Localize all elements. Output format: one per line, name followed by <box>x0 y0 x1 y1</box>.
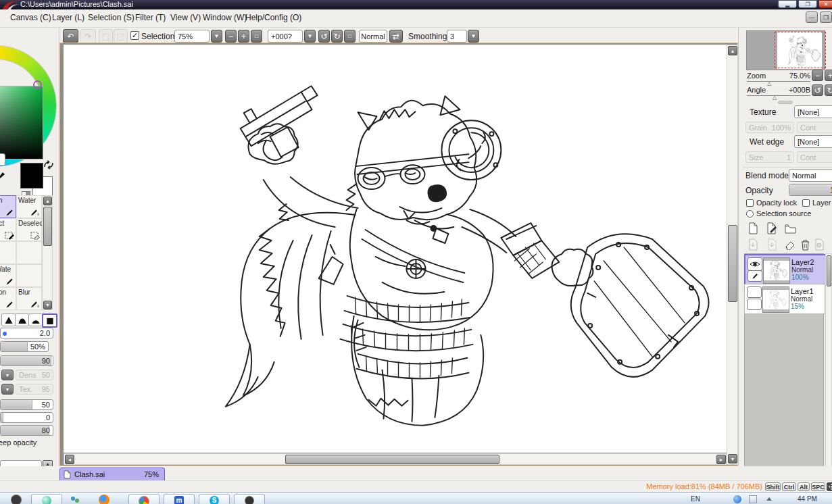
blending-slider[interactable]: 50 <box>0 399 53 410</box>
wet-size-box[interactable]: Size 1 <box>745 151 794 163</box>
zoom-reset-button[interactable]: □ <box>251 30 262 43</box>
saturation-value-square[interactable] <box>0 86 43 159</box>
tray-arrow-icon[interactable] <box>765 495 773 503</box>
scroll-up-button[interactable]: ▲ <box>728 46 737 55</box>
dens-box[interactable]: Dens 50 <box>16 370 53 380</box>
nav-zoom-out-button[interactable]: − <box>812 70 823 81</box>
scroll-left-button[interactable]: ◄ <box>65 455 74 464</box>
tip-shape-hard[interactable] <box>1 313 16 326</box>
selection-source-radio[interactable] <box>746 210 754 218</box>
selection-checkbox[interactable]: ✓ <box>130 31 139 40</box>
density-slider[interactable]: 90 <box>0 355 53 366</box>
zoom-out-button[interactable]: − <box>225 30 237 43</box>
menu-view[interactable]: View (V) <box>170 13 201 22</box>
maximize-button[interactable]: ❐ <box>798 0 817 8</box>
tex-dropdown-button[interactable]: ▼ <box>1 384 14 395</box>
rotate-reset-button[interactable]: □ <box>344 30 356 43</box>
opacity-lock-checkbox[interactable] <box>746 199 754 207</box>
color-tab-stub[interactable] <box>0 153 5 166</box>
canvas[interactable] <box>64 45 727 453</box>
slider-marker-icon[interactable]: △ <box>773 95 777 101</box>
new-folder-button[interactable] <box>783 222 797 235</box>
wet-edge-dropdown[interactable]: [None] <box>794 135 832 148</box>
tool-water[interactable]: Water <box>16 195 42 218</box>
layer-mask-button[interactable] <box>812 238 826 251</box>
layer-thumbnail[interactable] <box>763 257 790 284</box>
redo-button[interactable]: ↷ <box>80 29 96 43</box>
eyedropper-icon[interactable] <box>0 170 5 179</box>
delete-layer-button[interactable] <box>798 238 812 251</box>
taskbar-app-icon[interactable] <box>11 495 22 504</box>
zoom-dropdown-button[interactable]: ▼ <box>211 30 222 43</box>
scroll-up-button[interactable]: ▲ <box>43 197 52 205</box>
texture-dropdown[interactable]: [None] <box>794 105 832 118</box>
tool-empty-1[interactable] <box>0 241 16 264</box>
menu-selection[interactable]: Selection (S) <box>88 13 134 22</box>
scrollbar-thumb[interactable] <box>728 225 737 302</box>
wet-contrast-box[interactable]: Cont <box>797 151 832 163</box>
nav-zoom-slider[interactable]: Zoom 75.0% △ <box>747 71 810 82</box>
hue-marker[interactable] <box>33 80 42 89</box>
undo-button[interactable]: ↶ <box>63 29 78 43</box>
nav-rotate-cw-button[interactable]: ↻ <box>825 84 832 96</box>
tray-flag-icon[interactable] <box>749 495 757 503</box>
tool-water2[interactable]: Wate <box>0 264 16 287</box>
taskbar-firefox-icon[interactable] <box>99 495 109 504</box>
tool-select[interactable]: ect <box>0 218 16 241</box>
min-size-slider[interactable]: 50% <box>0 341 49 352</box>
layer-visibility-toggle[interactable] <box>747 286 762 298</box>
new-linework-layer-button[interactable] <box>765 222 779 235</box>
grain-contrast-box[interactable]: Cont <box>797 122 832 133</box>
taskbar-clock[interactable]: 44 PM <box>798 495 817 503</box>
clear-layer-button[interactable] <box>783 238 797 251</box>
taskbar-mail-button[interactable]: m <box>164 494 195 504</box>
transfer-down-button[interactable] <box>746 238 760 251</box>
zoom-value-box[interactable]: 75% <box>174 30 210 43</box>
paint-mode-button[interactable]: Normal <box>359 30 387 43</box>
tool-crayon[interactable]: yon <box>0 287 16 310</box>
taskbar-media-button[interactable] <box>234 494 265 504</box>
menu-window[interactable]: Window (W) <box>203 13 247 22</box>
tip-shape-round[interactable] <box>15 313 29 326</box>
panel-splitter-handle[interactable] <box>778 101 793 104</box>
dens-dropdown-button[interactable]: ▼ <box>1 370 14 380</box>
layer-thumbnail[interactable] <box>762 286 789 313</box>
mdi-restore-button[interactable]: ❐ <box>820 11 832 23</box>
tool-empty-2[interactable] <box>16 241 42 264</box>
grain-box[interactable]: Grain 100% <box>745 122 794 133</box>
smoothing-dropdown-button[interactable]: ▼ <box>468 30 479 43</box>
dilution-slider[interactable]: 0 <box>0 412 53 423</box>
angle-value-box[interactable]: +000? <box>268 30 303 43</box>
canvas-vscrollbar[interactable]: ▲ ▼ <box>727 45 738 465</box>
rotate-cw-button[interactable]: ↻ <box>331 30 343 43</box>
tray-update-icon[interactable] <box>733 495 741 503</box>
tex-box[interactable]: Tex. 95 <box>16 384 53 395</box>
tool-brush[interactable]: sh <box>0 195 16 218</box>
selection-transform-button[interactable]: ⬚ <box>114 29 128 43</box>
blend-mode-dropdown[interactable]: Normal <box>789 169 832 182</box>
tip-shape-square[interactable] <box>42 313 57 328</box>
canvas-hscrollbar[interactable]: ◄ ► <box>64 453 727 465</box>
taskbar-skype-button[interactable]: S <box>199 494 230 504</box>
scrollbar-thumb[interactable] <box>285 455 499 464</box>
layer-paint-mode-toggle[interactable] <box>747 299 762 310</box>
nav-rotate-ccw-button[interactable]: ↺ <box>812 84 823 96</box>
tool-empty-3[interactable] <box>16 264 42 287</box>
angle-dropdown-button[interactable]: ▼ <box>304 30 316 43</box>
layer-clipping-checkbox[interactable] <box>802 199 810 207</box>
tool-deselect[interactable]: Deselect <box>16 218 42 241</box>
taskbar-chrome-button[interactable] <box>128 494 160 504</box>
persistence-slider[interactable]: 80 <box>0 425 53 436</box>
zoom-in-button[interactable]: + <box>238 30 249 43</box>
close-button[interactable]: ✕ <box>818 0 832 8</box>
flip-horizontal-button[interactable]: ⇄ <box>389 30 403 43</box>
document-tab[interactable]: Clash.sai 75% <box>59 468 165 482</box>
nav-zoom-in-button[interactable]: + <box>825 70 832 81</box>
tool-blur[interactable]: Blur <box>16 287 42 310</box>
brush-size-slider[interactable]: 2.0 <box>0 328 53 338</box>
layer-paint-mode-toggle[interactable] <box>748 270 762 282</box>
scrollbar-thumb[interactable] <box>827 255 831 286</box>
merge-down-button[interactable] <box>765 238 779 251</box>
scroll-down-button[interactable]: ▼ <box>43 301 52 309</box>
preset-up-button[interactable]: ▲ <box>43 460 53 466</box>
